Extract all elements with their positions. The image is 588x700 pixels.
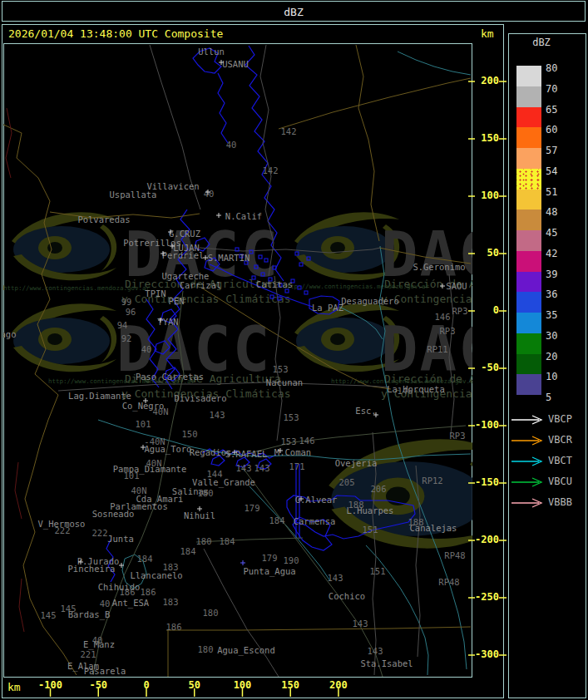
vector-legend-label: VBCT	[548, 455, 572, 466]
map-route-label: 186	[120, 587, 136, 597]
map-route-label: RP3	[452, 306, 468, 316]
map-route-label: 180	[198, 644, 214, 654]
map-route-label: 153	[284, 412, 299, 422]
dbz-scale-block	[516, 374, 541, 395]
map-place-label: N.Calif	[225, 211, 262, 221]
dbz-scale-label: 57	[546, 145, 557, 156]
map-route-label: 143	[328, 573, 343, 583]
v-axis-tick-label: 200	[471, 75, 499, 86]
dbz-scale-label: 39	[546, 269, 557, 280]
map-route-label: 101	[124, 471, 140, 481]
v-axis-tick-label: -200	[471, 534, 499, 545]
map-route-label: 146	[299, 436, 315, 446]
map-line-olive	[356, 45, 379, 241]
map-place-label: Ovejeria	[335, 458, 378, 468]
map-route-label: 143	[368, 646, 383, 656]
map-place-label: Polvaredas	[77, 214, 130, 224]
watermark-url: http://www.contingencias.mendoza.gov.ar	[3, 284, 151, 292]
map-route-label: 40	[92, 635, 103, 645]
map-place-label: La Horqueta	[387, 384, 445, 394]
map-lagoon-icon	[304, 291, 308, 294]
map-route-label: RP11	[427, 344, 447, 354]
map-place-label: ago	[1, 329, 17, 339]
map-route-label: 146	[435, 312, 451, 322]
map-route-label: 186	[166, 622, 182, 632]
map-route-label: 222	[92, 528, 108, 538]
dbz-scale-block	[516, 333, 541, 354]
map-place-label: SAOU	[446, 281, 467, 291]
map-route-label: RP48	[438, 577, 459, 587]
map-route-label: 143	[236, 463, 252, 473]
map-place-label: Carrizal	[180, 280, 222, 290]
map-place-label: Sosneado	[92, 509, 135, 519]
h-axis-tick-label: 150	[272, 679, 309, 691]
map-place-label: Nihuil	[184, 510, 215, 520]
map-route-label: 99	[121, 297, 132, 307]
map-place-label: Nacunan	[266, 377, 303, 387]
map-route-label: 40N	[131, 486, 147, 495]
map-route-label: 142	[263, 165, 279, 175]
h-axis-tick-label: 100	[224, 679, 260, 691]
v-axis-tick-label: 100	[471, 190, 499, 201]
dbz-scale-block	[516, 313, 541, 333]
map-place-label: Pincheira	[68, 564, 116, 574]
map-route-label: RP3	[440, 326, 456, 336]
map-lagoon-icon	[299, 263, 303, 266]
dbz-scale-label: 36	[546, 288, 557, 300]
dbz-scale-block	[516, 148, 541, 169]
dbz-scale-block	[516, 190, 541, 210]
map-place-label: Junta	[107, 534, 134, 544]
legend-title: dBZ	[509, 37, 574, 48]
dbz-scale-label: 70	[546, 83, 557, 95]
map-route-label: 146	[398, 386, 413, 396]
map-place-label: Catitas	[256, 279, 293, 289]
map-route-label: 179	[245, 503, 260, 513]
map-place-label: Esc.	[355, 406, 376, 416]
map-route-label: 153	[281, 436, 297, 446]
map-route-label: 143	[353, 619, 368, 629]
map-route-label: 144	[207, 469, 223, 479]
v-axis-tick-label: 50	[471, 247, 499, 259]
map-line-blue	[218, 73, 228, 143]
map-route-label: 184	[220, 536, 235, 546]
map-place-label: Carmensa	[294, 516, 336, 526]
map-place-label: G.CRUZ	[169, 229, 200, 239]
map-route-label: 206	[371, 484, 387, 494]
map-place-label: Divisadero	[174, 393, 226, 403]
v-axis-tick-label: -250	[471, 591, 499, 603]
h-axis-tick-label: 0	[128, 679, 165, 691]
map-route-label: 153	[273, 364, 289, 374]
map-line-olive	[0, 123, 77, 675]
map-place-label: S.MARTIN	[208, 253, 250, 263]
map-route-label: 96	[126, 307, 136, 317]
map-route-label: 180	[203, 608, 219, 618]
dbz-scale-label: 35	[546, 309, 557, 321]
map-place-label: PEN	[169, 296, 185, 306]
radar-map: DACCDirección de Agriculturay Contingenc…	[0, 0, 588, 700]
map-route-label: 184	[137, 554, 153, 564]
dbz-scale-label: 80	[546, 62, 557, 74]
map-route-label: 40N	[146, 458, 162, 468]
h-axis-tick-label: 50	[176, 679, 213, 691]
watermark-url: http://www.contingencias.mendoza.gov.ar	[283, 283, 430, 290]
map-route-label: 184	[269, 515, 285, 525]
map-route-label: 222	[55, 525, 71, 535]
map-route-label: 221	[81, 649, 96, 659]
map-place-label: Perdriel	[162, 250, 205, 260]
map-route-label: 151	[363, 525, 378, 535]
dbz-scale-label: 48	[546, 206, 557, 218]
vbcp-arrow-icon	[511, 415, 546, 425]
dbz-scale-label: 60	[546, 124, 557, 136]
map-place-label: Pasarela	[84, 666, 126, 676]
dbz-scale-label: 20	[546, 351, 557, 362]
map-route-label: 188	[408, 517, 424, 527]
map-route-label: 183	[163, 597, 179, 607]
map-route-label: 101	[136, 419, 151, 429]
map-route-label: RP12	[422, 476, 442, 486]
dacc-eye-logo-icon	[12, 303, 116, 372]
map-route-label: 151	[370, 566, 386, 576]
map-place-label: S.RAFAEL	[225, 449, 268, 459]
vector-legend-label: VBCU	[548, 476, 572, 487]
map-route-label: 171	[289, 461, 305, 471]
map-route-label: 205	[339, 477, 355, 487]
